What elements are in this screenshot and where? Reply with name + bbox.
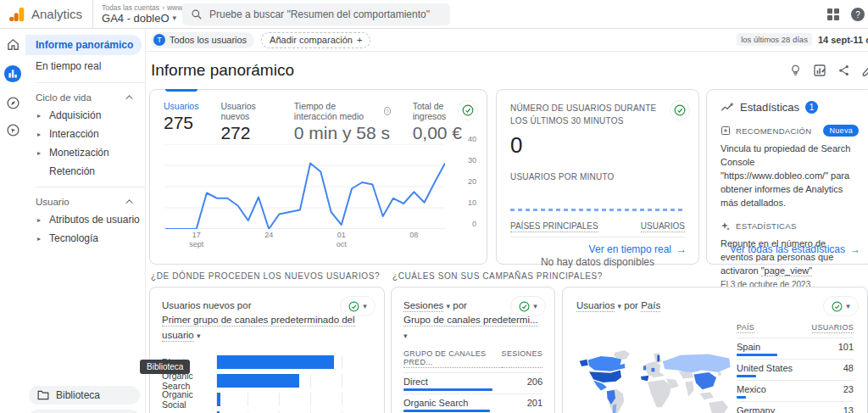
y-axis-tick: 30 <box>468 156 476 165</box>
bar-row: Organic Social <box>162 390 372 409</box>
table-row: Organic Search201 <box>403 393 542 413</box>
bar <box>217 374 299 388</box>
row-bar <box>403 410 490 412</box>
expand-arrow-icon[interactable]: ▸ <box>37 235 44 243</box>
edit-report-icon[interactable] <box>861 64 868 77</box>
breadcrumb-separator: › <box>162 3 164 12</box>
library-icon <box>37 390 49 400</box>
date-range-picker[interactable]: 14 sept-11 oc <box>818 35 868 45</box>
sidebar-item-user-attributes[interactable]: ▸ Atributos de usuario <box>25 210 145 229</box>
sidebar-item-retention[interactable]: Retención <box>25 162 145 181</box>
users-per-minute-label: USUARIOS POR MINUTO <box>510 172 685 181</box>
expand-arrow-icon[interactable]: ▸ <box>37 216 44 224</box>
expand-arrow-icon[interactable]: ▸ <box>37 112 44 120</box>
expand-arrow-icon[interactable]: ▸ <box>37 149 44 157</box>
share-icon[interactable] <box>837 64 850 77</box>
insights-lightbulb-icon[interactable] <box>789 64 802 77</box>
help-icon[interactable]: ? <box>851 8 865 21</box>
view-all-insights-link[interactable]: Ver todas las estadísticas → <box>730 243 860 255</box>
analytics-logo[interactable]: Analytics <box>0 0 92 28</box>
bar-track <box>216 355 372 369</box>
google-apps-icon[interactable] <box>827 8 839 20</box>
row-value: 13 <box>843 405 854 413</box>
row-value: 206 <box>527 377 542 387</box>
comparison-bar: T Todos los usuarios Añadir comparación … <box>146 29 868 52</box>
col-top-countries[interactable]: PAÍSES PRINCIPALES <box>510 221 598 232</box>
bar <box>217 393 220 406</box>
recommendation-icon <box>721 126 731 136</box>
y-axis-tick: 0 <box>472 220 476 228</box>
data-quality-button[interactable] <box>458 100 478 120</box>
new-badge: Nueva <box>823 125 859 137</box>
stats-sparkle-icon <box>721 221 731 232</box>
recommendation-text[interactable]: Vincula tu propiedad de Search Console "… <box>721 142 859 210</box>
search-bar[interactable] <box>182 3 450 25</box>
expand-arrow-icon[interactable]: ▸ <box>37 131 44 138</box>
metric-new-users[interactable]: Usuarios nuevos 272 <box>220 101 271 143</box>
sidebar-item-library[interactable]: Biblioteca <box>29 386 140 405</box>
audience-chip[interactable]: T Todos los usuarios <box>151 32 254 48</box>
check-circle-icon <box>674 104 686 116</box>
dimension-selector[interactable]: Grupo de canales predetermi... <box>403 315 538 326</box>
data-quality-button[interactable] <box>670 100 690 120</box>
sidebar-item-monetization[interactable]: ▸ Monetización <box>25 143 145 162</box>
bar-row: Organic Search <box>162 371 372 390</box>
col-users[interactable]: USUARIOS <box>812 323 854 333</box>
y-axis: 010203040 <box>461 139 476 224</box>
search-input[interactable] <box>209 8 430 20</box>
table-row: Direct206 <box>403 372 542 393</box>
col-users[interactable]: USUARIOS <box>641 221 685 232</box>
sidebar-item-technology[interactable]: ▸ Tecnología <box>25 229 145 248</box>
dimension-selector[interactable]: Primer grupo de canales predeterminado d… <box>162 315 355 341</box>
sidebar-item-overview[interactable]: Informe panorámico <box>25 35 142 55</box>
table-row: Spain101 <box>737 338 854 359</box>
col-sessions[interactable]: SESIONES <box>502 349 542 368</box>
data-quality-button[interactable]: ▾ <box>823 296 859 316</box>
caret-down-icon: ▾ <box>618 302 622 310</box>
x-axis-tick: 01oct <box>337 231 347 250</box>
stat-entity[interactable]: "page_view" <box>761 265 812 276</box>
metric-engagement-time[interactable]: Tiempo de interacción medio ? 0 min y 58… <box>294 101 391 143</box>
recommendation-label: RECOMENDACIÓN <box>736 126 811 136</box>
selected-metric-indicator <box>165 89 198 92</box>
overview-metrics-card: Usuarios 275 Usuarios nuevos 272 Tiempo … <box>149 89 487 265</box>
metric-users[interactable]: Usuarios 275 <box>164 101 198 143</box>
search-icon <box>191 8 203 20</box>
metric-selector[interactable]: Sesiones <box>403 300 443 312</box>
view-realtime-link[interactable]: Ver en tiempo real → <box>589 243 687 255</box>
row-value: 23 <box>843 384 854 394</box>
table-row: United States48 <box>737 359 854 380</box>
col-country[interactable]: PAÍS <box>737 323 754 333</box>
customize-report-icon[interactable] <box>813 64 826 77</box>
add-comparison-button[interactable]: Añadir comparación + <box>261 32 370 48</box>
row-label: Spain <box>737 342 760 352</box>
help-icon[interactable]: ? <box>384 107 391 115</box>
bar-label: Organic Social <box>162 389 216 410</box>
sidebar-section-user[interactable]: Usuario <box>25 193 145 210</box>
bar-track <box>216 393 372 406</box>
sidebar-item-engagement[interactable]: ▸ Interacción <box>25 125 145 143</box>
data-quality-button[interactable]: ▾ <box>510 296 546 316</box>
sidebar-item-label: Informe panorámico <box>36 39 133 51</box>
row-label: Direct <box>403 377 428 387</box>
data-quality-button[interactable]: ▾ <box>340 296 376 316</box>
sidebar-section-lifecycle[interactable]: Ciclo de vida <box>25 89 145 106</box>
bar-row: Direct <box>162 353 372 371</box>
chevron-up-icon <box>125 199 132 206</box>
explore-icon[interactable] <box>6 96 20 110</box>
home-icon[interactable] <box>6 37 20 52</box>
metric-selector[interactable]: Usuarios <box>576 300 615 312</box>
sidebar-item-realtime[interactable]: En tiempo real <box>25 56 142 76</box>
dimension-selector[interactable]: País <box>641 300 660 312</box>
reports-icon[interactable] <box>3 64 22 83</box>
app-name: Analytics <box>31 7 82 21</box>
caret-down-icon: ▾ <box>533 302 537 310</box>
nav-rail <box>0 29 25 413</box>
col-channel-group[interactable]: GRUPO DE CANALES PRED... <box>403 349 502 368</box>
advertising-icon[interactable] <box>6 123 20 137</box>
row-value: 201 <box>527 398 542 408</box>
caret-down-icon: ▾ <box>197 332 201 340</box>
sidebar-item-acquisition[interactable]: ▸ Adquisición <box>25 106 145 125</box>
main-content: T Todos los usuarios Añadir comparación … <box>146 29 868 413</box>
sidebar-item-partial[interactable] <box>29 410 140 413</box>
